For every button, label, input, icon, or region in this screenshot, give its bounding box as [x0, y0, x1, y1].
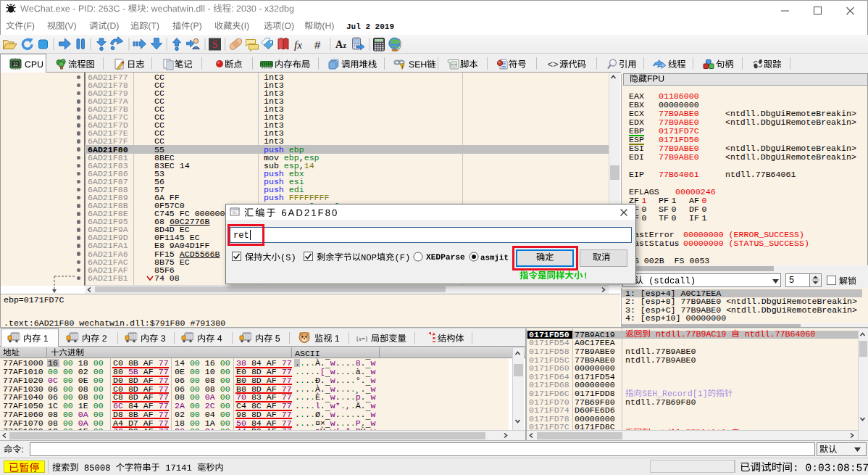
svg-text:z: z — [343, 41, 347, 49]
svg-text:!: ! — [402, 65, 404, 69]
svg-text:#: # — [314, 38, 321, 51]
svg-text:fx: fx — [294, 39, 302, 51]
svg-text:32: 32 — [13, 62, 19, 67]
svg-text:A: A — [335, 39, 343, 50]
svg-text:<>: <> — [451, 62, 457, 67]
svg-text:[x=]: [x=] — [356, 335, 367, 342]
svg-text:S: S — [212, 39, 218, 50]
svg-text:<>: <> — [547, 59, 558, 70]
